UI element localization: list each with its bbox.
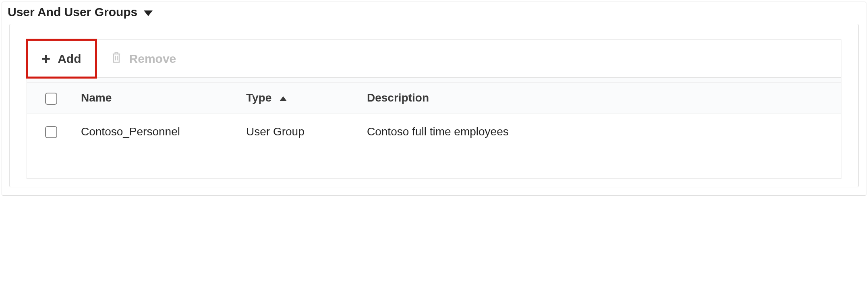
column-header-name[interactable]: Name: [75, 83, 240, 114]
trash-icon: [111, 51, 122, 66]
table-row[interactable]: Contoso_Personnel User Group Contoso ful…: [27, 114, 841, 149]
add-button-label: Add: [58, 52, 81, 66]
column-header-description[interactable]: Description: [361, 83, 841, 114]
remove-button-label: Remove: [129, 52, 176, 66]
column-header-type[interactable]: Type: [240, 83, 361, 114]
row-name-cell: Contoso_Personnel: [75, 114, 240, 149]
user-groups-panel: User And User Groups + Add Remove: [2, 2, 866, 196]
plus-icon: +: [41, 51, 50, 66]
column-header-select: [27, 83, 75, 114]
table-header-row: Name Type Description: [27, 83, 841, 114]
panel-title: User And User Groups: [8, 5, 137, 19]
toolbar: + Add Remove: [27, 39, 841, 77]
row-description-cell: Contoso full time employees: [361, 114, 841, 149]
table-header-strip: [27, 78, 841, 83]
inner-panel: + Add Remove: [9, 24, 859, 187]
column-header-type-label: Type: [246, 91, 271, 104]
row-type-cell: User Group: [240, 114, 361, 149]
panel-header[interactable]: User And User Groups: [2, 2, 866, 22]
row-checkbox[interactable]: [45, 126, 57, 138]
column-header-description-label: Description: [367, 91, 429, 104]
column-header-name-label: Name: [81, 91, 112, 104]
chevron-down-icon: [144, 10, 153, 16]
select-all-checkbox[interactable]: [45, 93, 57, 105]
row-select-cell: [27, 114, 75, 149]
remove-button: Remove: [97, 40, 191, 77]
add-button[interactable]: + Add: [26, 39, 97, 79]
user-groups-table: Name Type Description: [27, 83, 841, 178]
sort-asc-icon: [280, 96, 287, 101]
table-spacer-row: [27, 149, 841, 178]
table-container: Name Type Description: [27, 77, 841, 179]
